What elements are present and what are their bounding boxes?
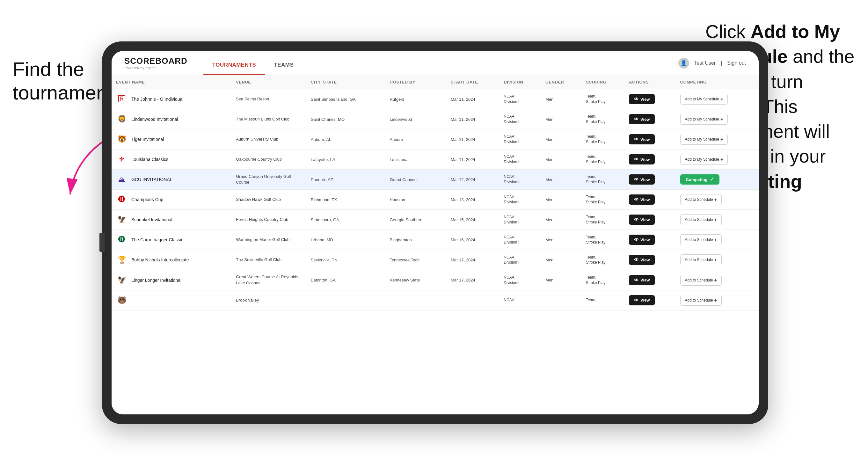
date-cell: Mar 17, 2024	[446, 270, 499, 290]
division-cell: NCAADivision I	[499, 250, 541, 270]
competing-cell: Add to My Schedule +	[676, 110, 759, 129]
view-button[interactable]: 👁 View	[629, 275, 655, 285]
table-row: 🐯 Tiger Invitational Auburn University C…	[112, 129, 759, 150]
add-to-schedule-button[interactable]: Add to Schedule +	[680, 275, 722, 286]
add-to-schedule-button[interactable]: Add to Schedule +	[680, 214, 722, 225]
add-to-schedule-button[interactable]: Add to My Schedule +	[680, 154, 728, 165]
nav-tabs: TOURNAMENTS TEAMS	[204, 51, 303, 75]
event-name-text: Champions Cup	[131, 197, 163, 202]
venue-cell: Worthington Manor Golf Club	[231, 230, 306, 250]
scoring-cell: Team,Stroke Play	[582, 210, 624, 230]
competing-cell: Add to Schedule +	[676, 210, 759, 230]
view-button[interactable]: 👁 View	[629, 94, 655, 104]
eye-icon: 👁	[634, 117, 639, 122]
view-button[interactable]: 👁 View	[629, 154, 655, 164]
hosted-by-cell: Georgia Southern	[385, 210, 446, 230]
gender-cell: Men	[541, 110, 582, 129]
add-to-schedule-button[interactable]: Add to My Schedule +	[680, 114, 728, 125]
col-scoring: SCORING	[582, 75, 624, 89]
view-button[interactable]: 👁 View	[629, 134, 655, 145]
competing-cell: Add to My Schedule +	[676, 150, 759, 169]
checkmark-icon: ✓	[710, 177, 714, 182]
date-cell	[446, 290, 499, 310]
division-cell: NCAADivision I	[499, 110, 541, 129]
tablet-side-button[interactable]	[99, 233, 104, 252]
add-to-schedule-button[interactable]: Add to My Schedule +	[680, 134, 728, 145]
city-cell: Saint Charles, MO	[306, 110, 385, 129]
event-name-text: Linger Longer Invitational	[131, 278, 181, 283]
tab-tournaments[interactable]: TOURNAMENTS	[204, 62, 265, 75]
team-logo: 🦁	[116, 114, 127, 125]
logo-sub: Powered by clippd	[124, 66, 187, 70]
user-name: Test User	[694, 60, 716, 66]
gender-cell: Men	[541, 210, 582, 230]
city-cell: Phoenix, AZ	[306, 169, 385, 190]
event-name-cell: 🅁 The Johnnie - O Individual	[112, 89, 231, 110]
venue-cell: The Sevierville Golf Club	[231, 250, 306, 270]
table-row: ⛰ GCU INVITATIONAL Grand Canyon Universi…	[112, 169, 759, 190]
plus-icon: +	[720, 137, 723, 142]
plus-icon: +	[714, 278, 717, 283]
table-row: 🅑 The Carpetbagger Classic Worthington M…	[112, 230, 759, 250]
table-row: 🦅 Linger Longer Invitational Great Water…	[112, 270, 759, 290]
eye-icon: 👁	[634, 177, 639, 182]
table-row: 🦅 Schenkel Invitational Forest Heights C…	[112, 210, 759, 230]
division-cell: NCAADivision I	[499, 270, 541, 290]
signout-link[interactable]: Sign out	[727, 60, 746, 66]
add-to-schedule-button[interactable]: Add to Schedule +	[680, 194, 722, 205]
add-to-schedule-button[interactable]: Add to Schedule +	[680, 234, 722, 245]
tab-teams[interactable]: TEAMS	[265, 62, 303, 75]
view-button[interactable]: 👁 View	[629, 295, 655, 305]
actions-cell: 👁 View	[624, 190, 676, 210]
add-to-schedule-button[interactable]: Add to Schedule +	[680, 254, 722, 265]
plus-icon: +	[714, 257, 717, 262]
plus-icon: +	[720, 97, 723, 102]
col-venue: VENUE	[231, 75, 306, 89]
plus-icon: +	[720, 157, 723, 162]
view-button[interactable]: 👁 View	[629, 235, 655, 245]
plus-icon: +	[714, 237, 717, 242]
view-button[interactable]: 👁 View	[629, 114, 655, 124]
scoring-cell: Team,Stroke Play	[582, 230, 624, 250]
gender-cell: Men	[541, 129, 582, 150]
scoring-cell: Team,Stroke Play	[582, 270, 624, 290]
eye-icon: 👁	[634, 97, 639, 102]
left-annotation: Find the tournament.	[13, 57, 115, 105]
city-cell: Saint Simons Island, GA	[306, 89, 385, 110]
add-to-schedule-button[interactable]: Add to My Schedule +	[680, 94, 728, 104]
table-container[interactable]: EVENT NAME VENUE CITY, STATE HOSTED BY S…	[112, 75, 759, 414]
plus-icon: +	[714, 197, 717, 202]
gender-cell: Men	[541, 89, 582, 110]
col-division: DIVISION	[499, 75, 541, 89]
division-cell: NCAADivision I	[499, 190, 541, 210]
team-logo: 🅑	[116, 234, 127, 245]
event-name-text: Schenkel Invitational	[131, 217, 172, 222]
competing-cell: Add to My Schedule +	[676, 129, 759, 150]
view-button[interactable]: 👁 View	[629, 255, 655, 265]
competing-cell: Add to Schedule +	[676, 230, 759, 250]
table-row: 🦁 Lindenwood Invitational The Missouri B…	[112, 110, 759, 129]
hosted-by-cell: Kennesaw State	[385, 270, 446, 290]
competing-cell: Add to My Schedule +	[676, 89, 759, 110]
add-to-schedule-button[interactable]: Add to Schedule +	[680, 295, 722, 306]
venue-cell: Auburn University Club	[231, 129, 306, 150]
gender-cell: Men	[541, 250, 582, 270]
actions-cell: 👁 View	[624, 169, 676, 190]
tablet-screen: SCOREBOARD Powered by clippd TOURNAMENTS…	[112, 51, 759, 414]
view-button[interactable]: 👁 View	[629, 194, 655, 205]
date-cell: Mar 17, 2024	[446, 250, 499, 270]
event-name-text: Lindenwood Invitational	[131, 117, 178, 122]
view-button[interactable]: 👁 View	[629, 215, 655, 225]
scoring-cell: Team,Stroke Play	[582, 110, 624, 129]
table-row: 🅁 The Johnnie - O Individual Sea Palms R…	[112, 89, 759, 110]
competing-button[interactable]: Competing ✓	[680, 175, 720, 185]
event-name-text: The Johnnie - O Individual	[131, 97, 183, 102]
view-button[interactable]: 👁 View	[629, 175, 655, 185]
event-name-text: The Carpetbagger Classic	[131, 237, 183, 242]
city-cell: Eatonton, GA	[306, 270, 385, 290]
header-row: EVENT NAME VENUE CITY, STATE HOSTED BY S…	[112, 75, 759, 89]
scoring-cell: Team,Stroke Play	[582, 190, 624, 210]
event-name-cell: 🦅 Schenkel Invitational	[112, 210, 231, 230]
table-header: EVENT NAME VENUE CITY, STATE HOSTED BY S…	[112, 75, 759, 89]
col-actions: ACTIONS	[624, 75, 676, 89]
